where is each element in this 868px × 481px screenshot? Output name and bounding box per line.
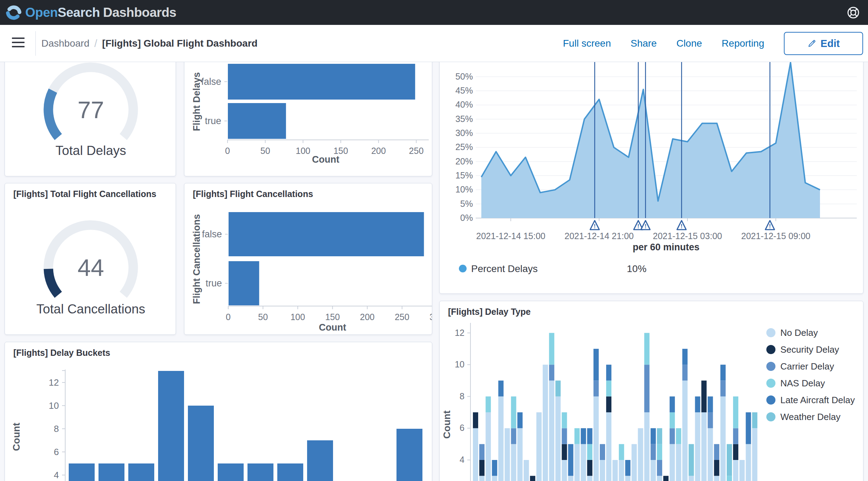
svg-text:!: ! [594, 223, 596, 229]
svg-text:35%: 35% [455, 114, 473, 124]
svg-text:300: 300 [429, 312, 432, 322]
menu-icon[interactable] [12, 38, 25, 49]
svg-text:100: 100 [296, 146, 311, 156]
svg-text:10: 10 [455, 359, 464, 369]
svg-text:!: ! [681, 223, 683, 229]
nav-actions: Full screen Share Clone Reporting Edit [563, 25, 868, 62]
full-screen-button[interactable]: Full screen [563, 38, 611, 49]
svg-text:150: 150 [325, 312, 340, 322]
pencil-icon [807, 39, 816, 48]
svg-text:45%: 45% [455, 86, 473, 95]
delay-type-stacked-bar-chart[interactable]: 4681012No DelaySecurity DelayCarrier Del… [440, 301, 864, 481]
svg-text:15%: 15% [455, 170, 473, 180]
opensearch-logo[interactable]: OpenSearchDashboards [0, 5, 176, 21]
svg-text:8: 8 [54, 424, 59, 434]
svg-text:6: 6 [54, 447, 59, 457]
svg-text:40%: 40% [455, 100, 473, 109]
svg-text:Carrier Delay: Carrier Delay [780, 361, 834, 372]
panel-delays-timeline: 0%5%10%15%20%25%30%35%40%45%50%!!!!!2021… [439, 62, 863, 294]
svg-text:2021-12-14 15:00: 2021-12-14 15:00 [476, 231, 545, 241]
breadcrumb-dashboard-link[interactable]: Dashboard [41, 38, 89, 49]
svg-text:200: 200 [360, 312, 375, 322]
svg-text:No Delay: No Delay [780, 327, 818, 338]
svg-text:12: 12 [455, 328, 464, 338]
panel-flight-delays: 050100150200250falsetrueCountFlight Dela… [184, 62, 432, 176]
svg-text:Flight Cancellations: Flight Cancellations [191, 214, 202, 304]
svg-text:10%: 10% [455, 184, 473, 194]
svg-text:!: ! [645, 223, 646, 229]
svg-text:2021-12-15 03:00: 2021-12-15 03:00 [653, 231, 722, 241]
breadcrumb-separator: / [94, 38, 97, 49]
svg-text:4: 4 [460, 455, 464, 465]
svg-text:10: 10 [49, 400, 59, 411]
svg-text:Percent Delays: Percent Delays [471, 263, 538, 274]
clone-button[interactable]: Clone [676, 38, 702, 49]
svg-text:77: 77 [77, 96, 104, 123]
svg-text:Count: Count [312, 154, 339, 165]
svg-text:6: 6 [460, 423, 464, 433]
panel-total-delays: 77Total Delays [5, 62, 176, 176]
svg-text:false: false [202, 229, 222, 239]
svg-text:30%: 30% [455, 128, 473, 138]
svg-text:50: 50 [260, 146, 270, 156]
svg-text:200: 200 [371, 146, 386, 156]
nav-divider [35, 31, 36, 56]
svg-text:Count: Count [319, 322, 346, 333]
brand-wordmark: OpenSearchDashboards [25, 5, 176, 20]
svg-text:25%: 25% [455, 142, 473, 152]
svg-text:44: 44 [77, 254, 104, 281]
panel-delay-buckets: [Flights] Delay Buckets 1210864Count [5, 342, 432, 481]
svg-text:50: 50 [258, 312, 268, 322]
svg-text:12: 12 [49, 377, 59, 388]
help-icon[interactable] [846, 6, 860, 20]
svg-text:20%: 20% [455, 156, 473, 166]
svg-text:Late Aircraft Delay: Late Aircraft Delay [780, 395, 855, 405]
flight-cancellations-bar-chart[interactable]: 050100150200250300falsetrueCountFlight C… [184, 183, 432, 335]
svg-text:8: 8 [460, 391, 464, 401]
svg-text:50%: 50% [455, 72, 473, 81]
svg-text:per 60 minutes: per 60 minutes [633, 242, 700, 252]
share-button[interactable]: Share [631, 38, 657, 49]
delay-buckets-bar-chart[interactable]: 1210864Count [5, 342, 433, 481]
svg-text:Count: Count [441, 411, 452, 439]
svg-text:!: ! [769, 223, 771, 229]
svg-text:0: 0 [225, 146, 230, 156]
svg-text:250: 250 [395, 312, 409, 322]
panel-total-cancellations: [Flights] Total Flight Cancellations 44T… [5, 183, 176, 335]
dashboard-grid: 77Total Delays 050100150200250falsetrueC… [0, 62, 868, 481]
svg-text:10%: 10% [627, 263, 646, 274]
panel-flight-cancellations: [Flights] Flight Cancellations 050100150… [184, 183, 432, 335]
svg-text:0: 0 [226, 312, 231, 322]
svg-text:true: true [205, 278, 222, 289]
edit-button[interactable]: Edit [784, 32, 863, 55]
svg-text:2021-12-15 09:00: 2021-12-15 09:00 [741, 231, 810, 241]
svg-text:4: 4 [54, 470, 59, 480]
svg-text:false: false [201, 76, 221, 87]
top-nav: Dashboard / [Flights] Global Flight Dash… [0, 25, 868, 62]
svg-text:2021-12-14 21:00: 2021-12-14 21:00 [564, 231, 633, 241]
svg-text:NAS Delay: NAS Delay [780, 378, 825, 388]
svg-text:Count: Count [11, 423, 22, 451]
page-title: [Flights] Global Flight Dashboard [102, 38, 257, 49]
svg-text:Total Cancellations: Total Cancellations [36, 302, 145, 316]
opensearch-logo-icon [6, 5, 22, 21]
svg-text:!: ! [637, 223, 639, 229]
svg-text:100: 100 [290, 312, 305, 322]
svg-text:Total Delays: Total Delays [55, 143, 126, 158]
svg-text:0%: 0% [460, 213, 473, 223]
panel-delay-type: [Flights] Delay Type 4681012No DelaySecu… [439, 301, 863, 481]
svg-text:5%: 5% [460, 199, 473, 209]
app-header: OpenSearchDashboards [0, 0, 868, 25]
total-delays-gauge[interactable]: 77Total Delays [5, 62, 176, 178]
svg-text:Weather Delay: Weather Delay [780, 412, 841, 422]
svg-text:true: true [205, 116, 221, 126]
svg-text:Flight Delays: Flight Delays [191, 72, 202, 131]
percent-delays-area-chart[interactable]: 0%5%10%15%20%25%30%35%40%45%50%!!!!!2021… [440, 62, 864, 296]
svg-text:Security Delay: Security Delay [780, 344, 839, 355]
breadcrumb: Dashboard / [Flights] Global Flight Dash… [41, 38, 258, 49]
svg-text:250: 250 [409, 146, 424, 156]
total-cancellations-gauge[interactable]: 44Total Cancellations [5, 183, 176, 337]
flight-delays-bar-chart[interactable]: 050100150200250falsetrueCountFlight Dela… [184, 62, 433, 178]
reporting-button[interactable]: Reporting [722, 38, 764, 49]
